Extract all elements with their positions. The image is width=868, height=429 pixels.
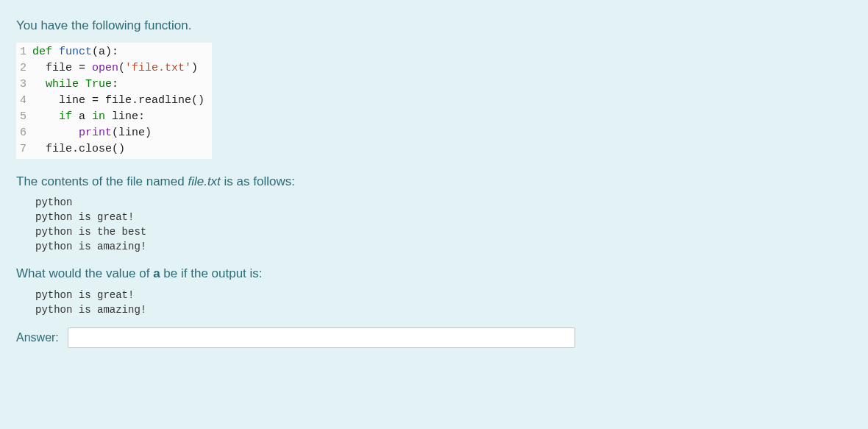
code-token: (a): (92, 46, 118, 58)
file-contents: python python is great! python is the be… (16, 195, 852, 254)
line-number: 1 (16, 44, 32, 60)
code-token: line: (112, 110, 145, 123)
answer-row: Answer: (16, 327, 852, 348)
code-token: (line) (112, 127, 152, 139)
code-token: while (46, 78, 85, 91)
code-token: funct (59, 46, 92, 58)
code-token: 'file.txt' (125, 62, 191, 74)
desc-prefix: The contents of the file named (16, 174, 188, 188)
code-token: in (92, 110, 112, 123)
code-token: ) (191, 62, 198, 74)
desc-filename: file.txt (188, 174, 220, 188)
code-token: = (79, 62, 85, 74)
code-line: 2 file = open('file.txt') (16, 60, 204, 77)
code-token: a (79, 110, 92, 123)
desc-suffix: is as follows: (221, 174, 295, 188)
code-token (32, 78, 46, 91)
code-token (32, 127, 79, 139)
code-token: file.readline() (99, 94, 204, 107)
code-token: : (112, 78, 118, 91)
code-token: ( (118, 62, 125, 74)
question-panel: You have the following function. 1def fu… (0, 0, 868, 429)
code-token: file.close() (32, 143, 125, 155)
line-number: 5 (16, 109, 32, 125)
question-suffix: be if the output is: (160, 266, 263, 280)
code-token: = (92, 94, 99, 107)
code-token: def (32, 46, 59, 58)
question-prefix: What would the value of (16, 266, 153, 280)
line-number: 3 (16, 77, 32, 93)
code-token: file (32, 62, 79, 74)
code-token: line (32, 94, 92, 107)
answer-input[interactable] (68, 327, 575, 348)
expected-output: python is great! python is amazing! (16, 288, 852, 317)
question-text: What would the value of a be if the outp… (16, 264, 852, 283)
file-description: The contents of the file named file.txt … (16, 172, 852, 191)
code-token: True (85, 78, 112, 91)
code-line: 3 while True: (16, 77, 204, 93)
code-line: 6 print(line) (16, 125, 204, 141)
code-token: print (79, 127, 112, 139)
code-token (32, 110, 59, 123)
line-number: 7 (16, 141, 32, 157)
line-number: 2 (16, 60, 32, 77)
code-token: open (92, 62, 118, 74)
code-token (85, 62, 92, 74)
intro-text: You have the following function. (16, 16, 852, 35)
answer-label: Answer: (16, 329, 59, 347)
code-block: 1def funct(a):2 file = open('file.txt')3… (16, 43, 212, 159)
code-line: 5 if a in line: (16, 109, 204, 125)
code-line: 1def funct(a): (16, 44, 204, 60)
code-line: 7 file.close() (16, 141, 204, 157)
line-number: 4 (16, 93, 32, 109)
question-var: a (153, 266, 160, 280)
code-line: 4 line = file.readline() (16, 93, 204, 109)
code-token: if (59, 110, 79, 123)
line-number: 6 (16, 125, 32, 141)
